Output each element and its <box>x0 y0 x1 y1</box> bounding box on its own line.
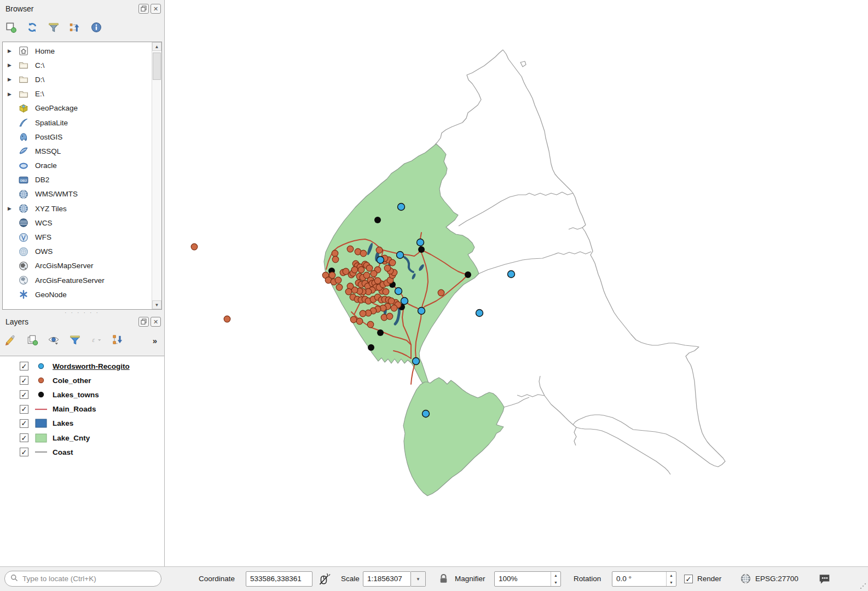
browser-tree-scrollbar[interactable]: ▲ ▼ <box>152 42 161 309</box>
scroll-up-icon[interactable]: ▲ <box>152 42 161 51</box>
messages-icon[interactable] <box>818 573 831 585</box>
map-render <box>168 0 868 566</box>
browser-item-wfs[interactable]: WFS <box>3 230 161 244</box>
spin-down-icon[interactable]: ▼ <box>551 579 560 586</box>
layer-checkbox[interactable]: ✓ <box>20 362 28 370</box>
browser-item-geopackage[interactable]: GeoPackage <box>3 101 161 115</box>
spin-up-icon[interactable]: ▲ <box>551 572 560 579</box>
browser-item-wms-wmts[interactable]: WMS/WMTS <box>3 187 161 201</box>
browser-item-oracle[interactable]: Oracle <box>3 159 161 173</box>
layer-checkbox[interactable]: ✓ <box>20 376 28 385</box>
arcgisfeature-icon <box>19 275 30 285</box>
browser-panel-title: Browser <box>5 4 33 13</box>
layer-row-lake-cnty[interactable]: ✓Lake_Cnty <box>0 431 164 445</box>
crs-status[interactable]: EPSG:27700 <box>755 567 798 591</box>
expand-arrow-icon[interactable]: ▶ <box>3 206 17 211</box>
rotation-spinbox[interactable]: 0.0 ° ▲▼ <box>612 571 676 587</box>
locator-input[interactable]: Type to locate (Ctrl+K) <box>4 571 161 587</box>
browser-item-geonode[interactable]: GeoNode <box>3 287 161 302</box>
layer-marker-icon <box>33 362 49 370</box>
layer-row-lakes[interactable]: ✓Lakes <box>0 416 164 431</box>
expand-arrow-icon[interactable]: ▶ <box>3 62 17 68</box>
layer-label[interactable]: Coast <box>53 448 73 456</box>
render-checkbox[interactable]: ✓ <box>684 575 693 583</box>
layer-label[interactable]: Lake_Cnty <box>53 434 90 442</box>
expand-arrow-icon[interactable]: ▶ <box>3 48 17 54</box>
browser-filter-browser-button[interactable] <box>46 21 61 36</box>
resize-grip[interactable] <box>860 583 866 589</box>
layers-collapse-layers-button[interactable] <box>110 334 125 348</box>
browser-item-spatialite[interactable]: SpatiaLite <box>3 115 161 130</box>
layer-label[interactable]: Main_Roads <box>53 405 96 413</box>
browser-item-xyz-tiles[interactable]: ▶XYZ Tiles <box>3 201 161 216</box>
scrollbar-thumb[interactable] <box>153 53 161 80</box>
layer-row-main-roads[interactable]: ✓Main_Roads <box>0 402 164 416</box>
scale-combobox[interactable]: 1:1856307 <box>363 571 411 587</box>
layer-checkbox[interactable]: ✓ <box>20 390 28 399</box>
browser-item-label: E:\ <box>35 90 44 98</box>
expand-arrow-icon[interactable]: ▶ <box>3 77 17 82</box>
layer-checkbox[interactable]: ✓ <box>20 433 28 442</box>
browser-properties-button[interactable] <box>89 21 104 36</box>
browser-item-arcgismapserver[interactable]: ArcGisMapServer <box>3 259 161 273</box>
magnifier-spinbox[interactable]: 100% ▲▼ <box>494 571 561 587</box>
mouse-extents-toggle-icon[interactable] <box>317 572 331 586</box>
layer-marker-icon <box>33 449 49 455</box>
layers-list: ✓Wordsworth-Recogito✓Cole_other✓Lakes_to… <box>0 356 164 566</box>
layers-map-themes-button[interactable] <box>46 334 61 348</box>
browser-close-button[interactable]: ✕ <box>151 4 161 14</box>
layers-toolbar-more-button[interactable]: » <box>149 336 161 345</box>
magnifier-label: Magnifier <box>455 567 485 591</box>
layers-float-button[interactable] <box>138 317 149 327</box>
browser-item-ows[interactable]: OWS <box>3 245 161 259</box>
lock-scale-icon[interactable] <box>438 573 449 584</box>
browser-item-d[interactable]: ▶D:\ <box>3 72 161 86</box>
arcgismap-icon <box>19 261 30 271</box>
xyz-icon <box>19 204 30 213</box>
browser-item-home[interactable]: ▶Home <box>3 44 161 58</box>
browser-float-button[interactable] <box>138 4 149 14</box>
layer-label[interactable]: Wordsworth-Recogito <box>53 362 130 370</box>
browser-item-c[interactable]: ▶C:\ <box>3 58 161 72</box>
scroll-down-icon[interactable]: ▼ <box>152 300 161 309</box>
browser-item-db2[interactable]: DB2DB2 <box>3 173 161 187</box>
browser-item-arcgisfeatureserver[interactable]: ArcGisFeatureServer <box>3 273 161 287</box>
browser-refresh-button[interactable] <box>25 21 40 36</box>
browser-collapse-all-button[interactable] <box>67 21 83 36</box>
browser-item-postgis[interactable]: PostGIS <box>3 130 161 144</box>
browser-item-wcs[interactable]: WCS <box>3 216 161 230</box>
crs-globe-icon[interactable] <box>740 573 751 584</box>
layer-label[interactable]: Lakes_towns <box>53 391 99 399</box>
layer-label[interactable]: Cole_other <box>53 376 91 385</box>
spin-down-icon[interactable]: ▼ <box>667 579 676 586</box>
render-label: Render <box>697 567 721 591</box>
layers-styling-button[interactable] <box>3 334 19 348</box>
layer-row-wordsworth-recogito[interactable]: ✓Wordsworth-Recogito <box>0 359 164 373</box>
layer-marker-icon <box>33 407 49 412</box>
layers-add-group-button[interactable] <box>25 334 40 348</box>
layer-checkbox[interactable]: ✓ <box>20 448 28 456</box>
map-canvas[interactable] <box>165 0 868 566</box>
browser-item-e[interactable]: ▶E:\ <box>3 87 161 101</box>
expand-arrow-icon[interactable]: ▶ <box>3 91 17 97</box>
browser-add-layer-button[interactable] <box>3 21 19 36</box>
layer-row-cole-other[interactable]: ✓Cole_other <box>0 373 164 387</box>
layer-label[interactable]: Lakes <box>53 419 73 427</box>
browser-item-label: WMS/WMTS <box>35 190 78 198</box>
layer-checkbox[interactable]: ✓ <box>20 405 28 414</box>
panel-splitter[interactable]: · · · · · · <box>0 310 164 316</box>
spin-up-icon[interactable]: ▲ <box>667 572 676 579</box>
layers-filter-legend-button[interactable] <box>67 334 83 348</box>
chevron-down-icon: ▼ <box>416 577 420 582</box>
layer-checkbox[interactable]: ✓ <box>20 419 28 428</box>
refresh-icon <box>26 21 38 36</box>
layers-close-button[interactable]: ✕ <box>151 317 161 327</box>
oracle-icon <box>19 161 30 171</box>
locator-placeholder: Type to locate (Ctrl+K) <box>22 575 96 583</box>
browser-item-mssql[interactable]: MSSQL <box>3 144 161 158</box>
layer-row-lakes-towns[interactable]: ✓Lakes_towns <box>0 387 164 402</box>
layers-filter-expression-button[interactable]: ε <box>89 334 104 348</box>
scale-dropdown-button[interactable]: ▼ <box>411 571 426 587</box>
layer-row-coast[interactable]: ✓Coast <box>0 445 164 459</box>
coordinate-input[interactable]: 533586,338361 <box>246 571 313 587</box>
